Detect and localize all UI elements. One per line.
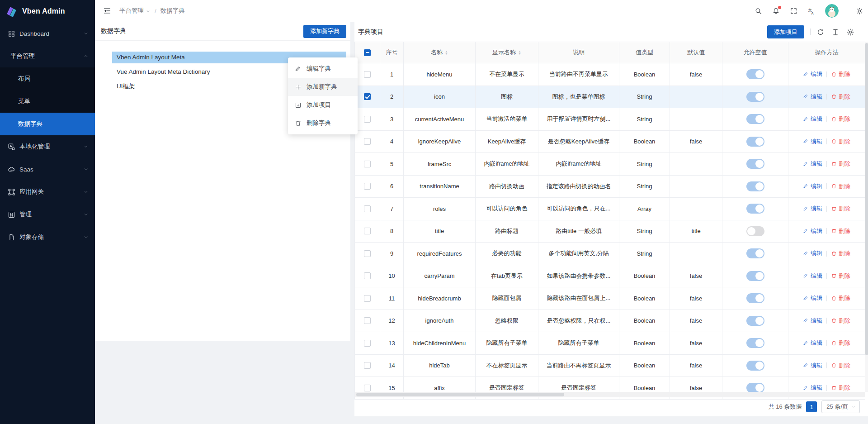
row-checkbox[interactable] [364, 340, 371, 347]
delete-row-button[interactable]: 删除 [831, 93, 850, 101]
allow-empty-toggle[interactable] [746, 271, 764, 281]
sidebar-item-menu[interactable]: 菜单 [0, 90, 95, 113]
sort-icons[interactable]: ▲▼ [518, 50, 521, 55]
sidebar-item-dashboard[interactable]: Dashboard [0, 22, 95, 45]
menu-fold-icon[interactable] [103, 7, 111, 15]
edit-row-button[interactable]: 编辑 [803, 384, 822, 392]
search-icon[interactable] [755, 7, 762, 15]
allow-empty-toggle[interactable] [746, 69, 764, 79]
edit-row-button[interactable]: 编辑 [803, 93, 822, 101]
context-menu-item[interactable]: 添加项目 [288, 96, 358, 114]
sidebar-item-data-dict[interactable]: 数据字典 [0, 113, 95, 135]
user-avatar[interactable] [825, 4, 839, 18]
delete-label: 删除 [839, 115, 850, 123]
allow-empty-toggle[interactable] [746, 226, 764, 236]
edit-row-button[interactable]: 编辑 [803, 160, 822, 168]
allow-empty-toggle[interactable] [746, 159, 764, 169]
row-checkbox[interactable] [364, 161, 371, 167]
row-checkbox[interactable] [364, 205, 371, 212]
row-checkbox[interactable] [364, 138, 371, 145]
allow-empty-toggle[interactable] [746, 316, 764, 326]
row-checkbox[interactable] [364, 295, 371, 302]
edit-row-button[interactable]: 编辑 [803, 317, 822, 325]
sidebar-item-gateway[interactable]: 应用网关 [0, 181, 95, 203]
add-dictionary-button[interactable]: 添加新字典 [303, 25, 346, 38]
translate-icon[interactable]: 文 A [807, 7, 815, 15]
delete-row-button[interactable]: 删除 [831, 339, 850, 347]
edit-row-button[interactable]: 编辑 [803, 138, 822, 146]
row-height-icon[interactable] [831, 28, 840, 36]
allow-empty-toggle[interactable] [746, 181, 764, 191]
edit-icon [803, 362, 809, 368]
edit-row-button[interactable]: 编辑 [803, 272, 822, 280]
row-checkbox[interactable] [364, 228, 371, 234]
delete-row-button[interactable]: 删除 [831, 317, 850, 325]
delete-row-button[interactable]: 删除 [831, 70, 850, 78]
row-checkbox[interactable] [364, 272, 371, 279]
settings-gear-icon[interactable] [856, 7, 863, 15]
select-all-checkbox[interactable] [364, 49, 371, 56]
refresh-icon[interactable] [816, 28, 825, 36]
row-checkbox[interactable] [364, 317, 371, 324]
edit-row-button[interactable]: 编辑 [803, 339, 822, 347]
delete-row-button[interactable]: 删除 [831, 362, 850, 370]
sidebar-item-label: 平台管理 [10, 52, 83, 60]
fullscreen-icon[interactable] [790, 7, 797, 15]
row-checkbox[interactable] [364, 250, 371, 257]
edit-row-button[interactable]: 编辑 [803, 227, 822, 235]
edit-row-button[interactable]: 编辑 [803, 182, 822, 191]
allow-empty-toggle[interactable] [746, 361, 764, 371]
sidebar-item-locale[interactable]: 本地化管理 [0, 135, 95, 158]
delete-row-button[interactable]: 删除 [831, 115, 850, 123]
horizontal-scrollbar-thumb[interactable] [356, 393, 564, 396]
allow-empty-toggle[interactable] [746, 92, 764, 102]
column-settings-gear-icon[interactable] [846, 28, 854, 36]
notification-bell-icon[interactable] [772, 7, 780, 15]
table-cell [354, 108, 380, 130]
allow-empty-toggle[interactable] [746, 338, 764, 348]
allow-empty-toggle[interactable] [746, 293, 764, 303]
row-checkbox[interactable] [364, 93, 371, 100]
edit-row-button[interactable]: 编辑 [803, 205, 822, 213]
delete-row-button[interactable]: 删除 [831, 138, 850, 146]
context-menu-item[interactable]: 编辑字典 [288, 60, 358, 78]
sidebar-item-manage[interactable]: 管理 [0, 203, 95, 226]
allow-empty-toggle[interactable] [746, 137, 764, 147]
edit-row-button[interactable]: 编辑 [803, 70, 822, 78]
delete-row-button[interactable]: 删除 [831, 249, 850, 257]
page-number-button[interactable]: 1 [806, 401, 817, 412]
edit-row-button[interactable]: 编辑 [803, 115, 822, 123]
context-menu-item[interactable]: 删除字典 [288, 114, 358, 132]
edit-row-button[interactable]: 编辑 [803, 294, 822, 302]
sidebar-item-platform[interactable]: 平台管理 [0, 45, 95, 67]
page-size-select[interactable]: 25 条/页 [821, 400, 860, 413]
row-checkbox[interactable] [364, 362, 371, 369]
app-logo[interactable]: Vben Admin [0, 0, 95, 22]
row-checkbox[interactable] [364, 385, 371, 391]
edit-row-button[interactable]: 编辑 [803, 362, 822, 370]
breadcrumb-item-platform[interactable]: 平台管理 [119, 7, 151, 15]
delete-row-button[interactable]: 删除 [831, 160, 850, 168]
add-item-button[interactable]: 添加项目 [767, 25, 804, 38]
edit-row-button[interactable]: 编辑 [803, 249, 822, 257]
delete-row-button[interactable]: 删除 [831, 205, 850, 213]
row-checkbox[interactable] [364, 116, 371, 123]
allow-empty-toggle[interactable] [746, 248, 764, 258]
row-checkbox[interactable] [364, 71, 371, 78]
allow-empty-toggle[interactable] [746, 204, 764, 214]
context-menu-item[interactable]: 添加新字典 [288, 78, 358, 96]
row-checkbox[interactable] [364, 183, 371, 190]
delete-row-button[interactable]: 删除 [831, 182, 850, 191]
vertical-scrollbar-thumb[interactable] [865, 43, 868, 355]
delete-row-button[interactable]: 删除 [831, 272, 850, 280]
sidebar-item-storage[interactable]: 对象存储 [0, 226, 95, 248]
allow-empty-toggle[interactable] [746, 114, 764, 124]
sidebar-item-saas[interactable]: Saas [0, 158, 95, 181]
sort-icons[interactable]: ▲▼ [445, 50, 448, 55]
delete-row-button[interactable]: 删除 [831, 384, 850, 392]
delete-row-button[interactable]: 删除 [831, 227, 850, 235]
sidebar-item-layout[interactable]: 布局 [0, 67, 95, 90]
delete-row-button[interactable]: 删除 [831, 294, 850, 302]
allow-empty-toggle[interactable] [746, 383, 764, 393]
table-cell: 编辑删除 [788, 355, 865, 377]
